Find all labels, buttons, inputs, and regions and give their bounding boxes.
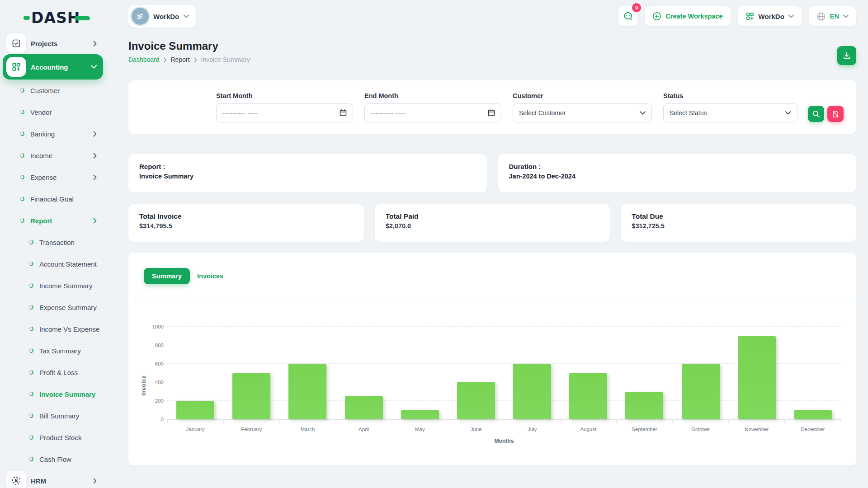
bar-cell-august bbox=[560, 327, 616, 419]
end-month-input[interactable]: --------- ---- bbox=[364, 103, 501, 122]
sidebar-item-label: HRM bbox=[31, 477, 93, 485]
sidebar-item-bill-summary[interactable]: Bill Summary bbox=[3, 405, 103, 427]
bar-september[interactable] bbox=[625, 392, 663, 420]
customer-label: Customer bbox=[513, 92, 652, 99]
page-title: Invoice Summary bbox=[128, 40, 250, 52]
plus-circle-icon bbox=[652, 12, 661, 21]
logo-accent-right bbox=[75, 16, 90, 20]
bar-november[interactable] bbox=[738, 336, 776, 420]
sidebar-item-expense[interactable]: Expense bbox=[3, 166, 103, 188]
bar-cell-march bbox=[279, 327, 335, 419]
sidebar-item-invoice-summary[interactable]: Invoice Summary bbox=[3, 383, 103, 405]
sidebar-item-label: Profit & Loss bbox=[39, 369, 103, 376]
tab-invoices[interactable]: Invoices bbox=[195, 268, 225, 284]
sidebar-item-product-stock[interactable]: Product Stock bbox=[3, 427, 103, 448]
messages-button[interactable]: 0 bbox=[618, 6, 637, 26]
sidebar-item-report[interactable]: Report bbox=[3, 210, 103, 231]
status-selected-value: Select Status bbox=[670, 109, 785, 117]
logo-accent-left bbox=[24, 16, 30, 20]
start-month-field: Start Month --------- ---- bbox=[216, 92, 353, 122]
bar-august[interactable] bbox=[569, 373, 607, 420]
bar-january[interactable] bbox=[176, 401, 214, 419]
topbar-actions: 0 Create Workspace WorkDo EN bbox=[618, 6, 856, 26]
sidebar-item-cash-flow[interactable]: Cash Flow bbox=[3, 448, 103, 470]
topbar: WorkDo 0 Create Workspace WorkDo bbox=[128, 0, 856, 33]
sidebar-item-expense-summary[interactable]: Expense Summary bbox=[3, 296, 103, 318]
sidebar-item-income-vs-expense[interactable]: Income Vs Expense bbox=[3, 318, 103, 340]
bar-june[interactable] bbox=[457, 382, 495, 419]
bullet-icon bbox=[28, 239, 34, 245]
breadcrumb-current: Invoice Summary bbox=[201, 56, 250, 63]
duration-label: Duration : bbox=[509, 163, 846, 170]
chevron-right-icon bbox=[93, 478, 97, 484]
x-tick-label: December bbox=[785, 427, 841, 432]
report-card: Report : Invoice Summary bbox=[128, 154, 487, 192]
sidebar: DASH ProjectsAccountingCustomerVendorBan… bbox=[0, 0, 108, 488]
bullet-icon bbox=[28, 348, 34, 354]
sidebar-item-profit-loss[interactable]: Profit & Loss bbox=[3, 361, 103, 383]
download-icon bbox=[842, 51, 851, 60]
sidebar-item-label: Cash Flow bbox=[39, 455, 103, 463]
bullet-icon bbox=[28, 413, 34, 419]
sidebar-item-label: Transaction bbox=[39, 239, 103, 246]
chart-plot-area: 02004006008001000 bbox=[167, 327, 841, 420]
bullet-icon bbox=[19, 196, 25, 202]
bullet-icon bbox=[19, 109, 25, 115]
sidebar-item-financial-goal[interactable]: Financial Goal bbox=[3, 188, 103, 210]
bar-march[interactable] bbox=[288, 364, 326, 419]
logo-text: DASH bbox=[31, 9, 80, 27]
chevron-right-icon bbox=[93, 174, 97, 180]
sidebar-item-label: Account Statement bbox=[39, 260, 103, 268]
sidebar-item-label: Tax Summary bbox=[39, 347, 103, 355]
apply-filter-button[interactable] bbox=[808, 106, 824, 122]
sidebar-item-income[interactable]: Income bbox=[3, 145, 103, 166]
report-label: Report : bbox=[139, 163, 476, 170]
brand-logo[interactable]: DASH bbox=[0, 6, 108, 29]
chevron-right-icon bbox=[194, 57, 197, 62]
breadcrumb-report[interactable]: Report bbox=[171, 56, 190, 63]
sidebar-item-banking[interactable]: Banking bbox=[3, 123, 103, 145]
status-select[interactable]: Select Status bbox=[663, 103, 797, 122]
bullet-icon bbox=[19, 174, 25, 180]
chevron-right-icon bbox=[93, 218, 97, 224]
tick bbox=[223, 420, 279, 423]
chat-icon bbox=[623, 11, 633, 22]
sidebar-item-label: Bill Summary bbox=[39, 412, 103, 420]
reset-filter-button[interactable] bbox=[827, 106, 844, 122]
bar-february[interactable] bbox=[232, 373, 270, 420]
chevron-down-icon bbox=[184, 14, 189, 18]
end-month-label: End Month bbox=[364, 92, 501, 99]
workspace-switcher[interactable]: WorkDo bbox=[128, 5, 196, 28]
sidebar-item-customer[interactable]: Customer bbox=[3, 80, 103, 101]
language-selector[interactable]: EN bbox=[809, 6, 856, 26]
sidebar-item-hrm[interactable]: HRM bbox=[3, 470, 103, 488]
bar-december[interactable] bbox=[794, 410, 832, 420]
tab-summary[interactable]: Summary bbox=[144, 268, 190, 284]
create-workspace-button[interactable]: Create Workspace bbox=[645, 6, 730, 26]
sidebar-item-account-statement[interactable]: Account Statement bbox=[3, 253, 103, 275]
chevron-right-icon bbox=[164, 57, 167, 62]
breadcrumb-dashboard[interactable]: Dashboard bbox=[128, 56, 160, 63]
sidebar-item-tax-summary[interactable]: Tax Summary bbox=[3, 340, 103, 361]
download-button[interactable] bbox=[837, 46, 856, 65]
sidebar-item-vendor[interactable]: Vendor bbox=[3, 101, 103, 123]
bar-april[interactable] bbox=[345, 396, 383, 419]
sidebar-item-label: Banking bbox=[30, 130, 93, 138]
sidebar-item-accounting[interactable]: Accounting bbox=[3, 54, 103, 80]
customer-select[interactable]: Select Customer bbox=[513, 103, 652, 122]
bar-may[interactable] bbox=[401, 410, 439, 420]
sidebar-item-projects[interactable]: Projects bbox=[3, 33, 103, 54]
bar-july[interactable] bbox=[513, 364, 551, 419]
sidebar-item-income-summary[interactable]: Income Summary bbox=[3, 275, 103, 296]
checkbox-icon bbox=[6, 33, 26, 53]
workspace-menu-button[interactable]: WorkDo bbox=[738, 6, 802, 26]
sidebar-item-label: Income bbox=[30, 152, 93, 160]
tick bbox=[784, 420, 840, 423]
bar-cell-june bbox=[448, 327, 504, 419]
sidebar-item-label: Accounting bbox=[31, 63, 91, 71]
total-invoice-card: Total Invoice $314,795.5 bbox=[128, 204, 364, 242]
sidebar-item-transaction[interactable]: Transaction bbox=[3, 231, 103, 253]
bar-october[interactable] bbox=[682, 364, 720, 419]
start-month-input[interactable]: --------- ---- bbox=[216, 103, 353, 122]
sidebar-item-label: Product Stock bbox=[39, 434, 103, 441]
